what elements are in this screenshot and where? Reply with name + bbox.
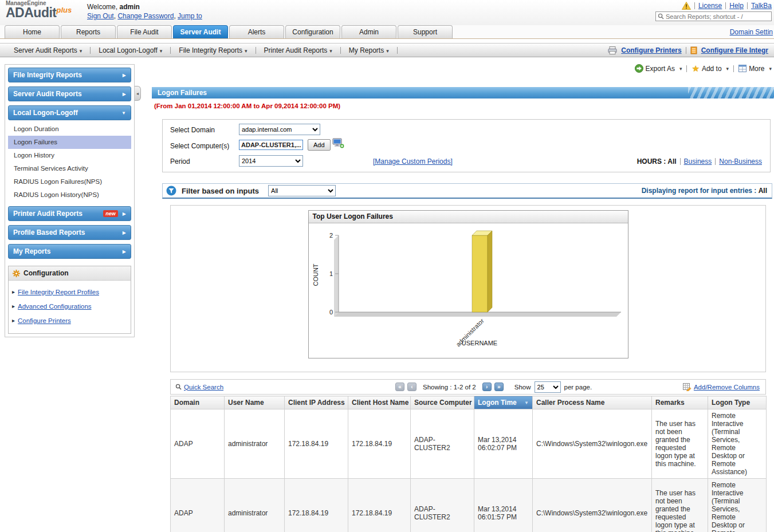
sidebar-item-radius-logon-history[interactable]: RADIUS Logon History(NPS) [8, 188, 131, 202]
top-header: ManageEngine ADAuditplus Welcome, admin … [0, 0, 774, 25]
file-integrity-report-profiles-link[interactable]: File Integrity Report Profiles [18, 285, 99, 299]
separator [397, 47, 398, 54]
column-header-logon-type[interactable]: Logon Type [708, 396, 767, 409]
sidebar-section-printer-audit-reports[interactable]: Printer Audit Reports new [8, 206, 131, 221]
advanced-configurations-link[interactable]: Advanced Configurations [18, 300, 92, 313]
adaudit-plus-app: ManageEngine ADAuditplus Welcome, admin … [0, 0, 774, 532]
sidebar-section-file-integrity-reports[interactable]: File Integrity Reports [8, 68, 131, 82]
column-header-caller-process[interactable]: Caller Process Name [533, 396, 652, 409]
chart-floor [334, 312, 621, 317]
tab-file-audit[interactable]: File Audit [117, 25, 172, 38]
tab-alerts[interactable]: Alerts [229, 25, 284, 38]
sidebar-item-terminal-services-activity[interactable]: Terminal Services Activity [8, 162, 131, 175]
column-header-logon-time[interactable]: Logon Time [474, 396, 533, 409]
cell-logon-time: Mar 13,2014 06:02:07 PM [474, 409, 533, 479]
page-size-select[interactable]: 25 [535, 381, 561, 393]
chart-panel: Top User Logon Failures 2 1 0 COUNT admi… [308, 210, 628, 358]
sidebar-item-logon-failures[interactable]: Logon Failures [8, 136, 131, 149]
select-domain-label: Select Domain [170, 126, 215, 134]
domain-settings-link[interactable]: Domain Settin [730, 28, 773, 36]
separator [256, 47, 256, 54]
report-title-bar: Logon Failures [152, 87, 774, 98]
manage-custom-periods-link[interactable]: [Manage Custom Periods] [373, 157, 453, 165]
select-computer-icon[interactable] [332, 138, 344, 148]
jump-to-link[interactable]: Jump to [178, 12, 202, 20]
talkback-link[interactable]: TalkBa [751, 2, 772, 10]
column-header-domain[interactable]: Domain [171, 396, 225, 409]
configure-printers-link[interactable]: Configure Printers [621, 46, 681, 54]
chart-container: Top User Logon Failures 2 1 0 COUNT admi… [170, 205, 766, 372]
domain-select[interactable]: adap.internal.com [239, 124, 320, 135]
sidebar-section-profile-based-reports[interactable]: Profile Based Reports [8, 225, 131, 240]
sidebar-item-logon-history[interactable]: Logon History [8, 149, 131, 162]
tab-admin[interactable]: Admin [341, 25, 396, 38]
period-label: Period [170, 157, 190, 165]
sidebar-collapse-handle[interactable]: ◂ [135, 86, 141, 101]
sign-out-link[interactable]: Sign Out [87, 12, 114, 20]
column-header-remarks[interactable]: Remarks [652, 396, 708, 409]
last-page-button[interactable]: » [494, 383, 504, 391]
add-remove-columns-link[interactable]: Add/Remove Columns [683, 383, 760, 391]
main-tab-bar: Home Reports File Audit Server Audit Ale… [0, 25, 774, 39]
subnav-file-integrity-reports[interactable]: File Integrity Reports [179, 46, 247, 54]
previous-page-button[interactable]: ‹ [407, 383, 417, 391]
logon-failures-bar-chart: 2 1 0 COUNT administrator USERNAME [309, 223, 628, 356]
separator [725, 2, 726, 9]
tab-server-audit[interactable]: Server Audit [173, 25, 228, 38]
chevron-right-icon [123, 225, 126, 240]
configure-file-integrity-link[interactable]: Configure File Integr [701, 46, 768, 54]
page-title: Logon Failures [158, 89, 207, 97]
cell-client-ip: 172.18.84.19 [285, 479, 348, 532]
chevron-right-icon [123, 244, 126, 259]
business-hours-link[interactable]: Business [684, 157, 712, 165]
license-link[interactable]: License [698, 2, 722, 10]
cell-domain: ADAP [171, 409, 225, 479]
report-subnav: Server Audit Reports Local Logon-Logoff … [0, 43, 774, 57]
column-header-client-host[interactable]: Client Host Name [348, 396, 411, 409]
computers-input[interactable] [239, 140, 303, 150]
search-input[interactable] [666, 13, 769, 20]
add-computer-button[interactable]: Add [308, 139, 331, 151]
product-name: ADAudit [6, 5, 56, 20]
tab-home[interactable]: Home [5, 25, 60, 38]
sidebar-section-my-reports[interactable]: My Reports [8, 244, 131, 259]
chevron-right-icon [123, 68, 126, 82]
quick-search-link[interactable]: Quick Search [175, 384, 223, 391]
period-select[interactable]: 2014 [239, 155, 303, 167]
edit-columns-icon [683, 383, 692, 391]
sidebar-section-server-audit-reports[interactable]: Server Audit Reports [8, 86, 131, 101]
sidebar-section-local-logon-logoff[interactable]: Local Logon-Logoff [8, 105, 131, 120]
next-page-button[interactable]: › [482, 383, 492, 391]
subnav-my-reports[interactable]: My Reports [349, 46, 389, 54]
sidebar-item-radius-logon-failures[interactable]: RADIUS Logon Failures(NPS) [8, 175, 131, 188]
welcome-text: Welcome, admin [87, 3, 140, 11]
cell-remarks: The user has not been granted the reques… [652, 479, 708, 532]
tab-reports[interactable]: Reports [61, 25, 116, 38]
select-computers-label: Select Computer(s) [170, 142, 229, 150]
cell-logon-time: Mar 13,2014 06:01:57 PM [474, 479, 533, 532]
cell-client-host: 172.18.84.19 [348, 409, 411, 479]
separator [340, 47, 341, 54]
warning-icon[interactable] [682, 2, 691, 10]
subnav-server-audit-reports[interactable]: Server Audit Reports [14, 46, 82, 54]
filter-select[interactable]: All [268, 185, 336, 196]
tab-support[interactable]: Support [398, 25, 453, 38]
report-content: Logon Failures (From Jan 01,2014 12:00:0… [152, 64, 774, 532]
change-password-link[interactable]: Change Password [117, 12, 174, 20]
tab-configuration[interactable]: Configuration [285, 25, 340, 38]
column-header-user-name[interactable]: User Name [225, 396, 285, 409]
chevron-down-icon [121, 105, 126, 120]
help-link[interactable]: Help [729, 2, 744, 10]
hours-all-label: HOURS : All [637, 157, 677, 165]
column-header-source-computer[interactable]: Source Computer [411, 396, 474, 409]
sidebar-item-logon-duration[interactable]: Logon Duration [8, 123, 131, 136]
cell-logon-type: Remote Interactive (Terminal Services, R… [708, 409, 767, 479]
funnel-icon [166, 186, 176, 196]
first-page-button[interactable]: « [395, 383, 404, 391]
subnav-local-logon-logoff[interactable]: Local Logon-Logoff [99, 46, 162, 54]
non-business-hours-link[interactable]: Non-Business [719, 157, 762, 165]
subnav-printer-audit-reports[interactable]: Printer Audit Reports [264, 46, 332, 54]
showing-range: Showing : 1-2 of 2 [423, 384, 476, 391]
column-header-client-ip[interactable]: Client IP Address [285, 396, 348, 409]
configure-printers-sidebar-link[interactable]: Configure Printers [18, 314, 71, 328]
